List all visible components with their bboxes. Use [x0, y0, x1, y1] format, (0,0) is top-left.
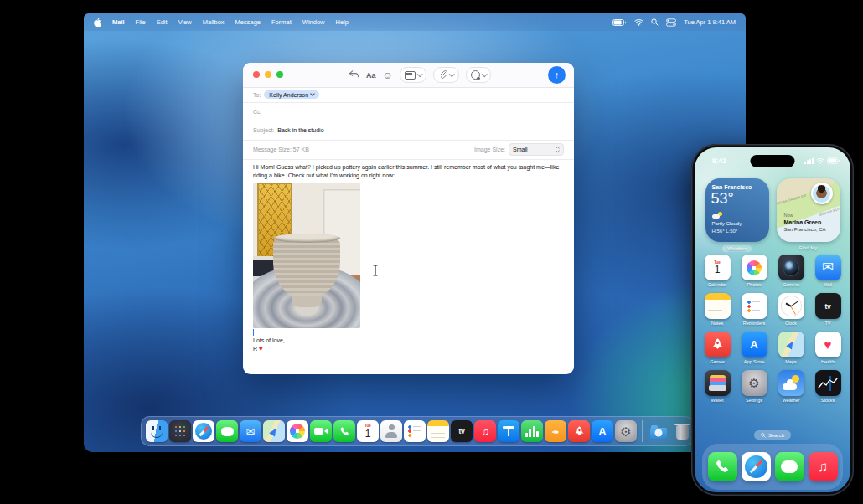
- dock-trash[interactable]: [671, 420, 693, 442]
- dock-facetime[interactable]: [310, 420, 332, 442]
- emoji-button[interactable]: ☺: [383, 70, 393, 80]
- search-pill[interactable]: Search: [754, 430, 791, 440]
- app-settings[interactable]: ⚙Settings: [742, 370, 767, 403]
- dock-phone[interactable]: [333, 420, 355, 442]
- message-size-label: Message Size: 57 KB: [253, 147, 309, 152]
- dock-tv[interactable]: tv: [451, 420, 473, 442]
- app-clock[interactable]: Clock: [778, 293, 804, 326]
- dock-music[interactable]: ♫: [474, 420, 496, 442]
- dock-games[interactable]: [568, 420, 590, 442]
- menu-message[interactable]: Message: [235, 18, 261, 26]
- app-appstore[interactable]: AApp Store: [742, 332, 767, 364]
- bar-chart-icon: [525, 426, 540, 437]
- dock-notes[interactable]: [427, 420, 449, 442]
- dock-messages[interactable]: [216, 420, 238, 442]
- dock-settings[interactable]: ⚙: [615, 420, 637, 442]
- app-health[interactable]: ♥Health: [815, 332, 841, 364]
- menu-edit[interactable]: Edit: [157, 18, 168, 26]
- menu-help[interactable]: Help: [335, 18, 348, 26]
- cc-label: Cc:: [253, 109, 262, 115]
- dock-downloads[interactable]: ↓: [648, 420, 669, 442]
- image-size-select[interactable]: Small: [509, 143, 564, 156]
- app-photos[interactable]: Photos: [742, 255, 767, 287]
- app-weather[interactable]: Weather: [778, 370, 804, 403]
- battery-icon[interactable]: [612, 19, 627, 26]
- pottery-photo[interactable]: [253, 183, 360, 328]
- zoom-button[interactable]: [276, 71, 283, 78]
- to-field[interactable]: To: Kelly Anderson: [243, 87, 574, 103]
- dock-calendar[interactable]: Tue1: [357, 420, 379, 442]
- dock-launchpad[interactable]: [169, 420, 191, 442]
- iphone-dock-safari[interactable]: [742, 452, 771, 481]
- search-label: Search: [768, 433, 784, 438]
- cloud-icon: [783, 383, 797, 390]
- app-camera[interactable]: Camera: [778, 255, 804, 287]
- text-cursor: [253, 329, 254, 336]
- menu-mailbox[interactable]: Mailbox: [203, 18, 225, 26]
- dock-finder[interactable]: [146, 420, 168, 442]
- iphone-dock-messages[interactable]: [775, 452, 804, 481]
- app-games[interactable]: Games: [705, 332, 731, 364]
- app-maps[interactable]: Maps: [778, 332, 804, 364]
- menu-file[interactable]: File: [136, 18, 146, 26]
- mail-titlebar[interactable]: Aa ☺ ↑: [243, 63, 574, 88]
- header-fields-button[interactable]: [400, 67, 427, 83]
- dock-mail[interactable]: ✉: [240, 420, 261, 442]
- dock-photos[interactable]: [287, 420, 308, 442]
- subject-field[interactable]: Subject: Back in the studio: [243, 121, 574, 141]
- findmy-timestamp: Now: [784, 213, 793, 218]
- dock-pages[interactable]: ✒: [545, 420, 566, 442]
- dock-contacts[interactable]: [380, 420, 402, 442]
- dock-maps[interactable]: [263, 420, 285, 442]
- mail-compose-window: Aa ☺ ↑ To: Kelly Anderson Cc: Subject: B…: [243, 63, 574, 374]
- recipient-token[interactable]: Kelly Anderson: [264, 90, 319, 99]
- menu-window[interactable]: Window: [302, 18, 325, 26]
- weather-widget-label: Weather: [722, 245, 752, 252]
- close-button[interactable]: [253, 71, 260, 78]
- heart-icon: ♥: [824, 338, 832, 351]
- navigation-arrow-icon: [786, 340, 796, 350]
- iphone-dock-music[interactable]: ♫: [809, 452, 838, 481]
- iphone-dock-phone[interactable]: [708, 452, 737, 481]
- app-mail[interactable]: ✉Mail: [815, 255, 841, 287]
- send-button[interactable]: ↑: [548, 66, 566, 84]
- menu-app-name[interactable]: Mail: [112, 18, 125, 26]
- menu-bar-left: Mail File Edit View Mailbox Message Form…: [94, 18, 349, 27]
- dock-keynote[interactable]: [498, 420, 519, 442]
- findmy-widget[interactable]: MARINA GREEN DR MARINA BLVD Now Marina G…: [777, 178, 840, 242]
- paperclip-icon: [438, 70, 447, 80]
- app-reminders[interactable]: Reminders: [742, 293, 767, 326]
- control-center-icon[interactable]: [666, 18, 676, 27]
- app-notes[interactable]: Notes: [705, 293, 731, 326]
- spotlight-search-icon[interactable]: [651, 18, 659, 26]
- dock-reminders[interactable]: [404, 420, 426, 442]
- iphone-dock: ♫: [702, 444, 843, 490]
- speech-bubble-icon: [221, 427, 234, 436]
- format-button[interactable]: Aa: [366, 71, 376, 80]
- dock-appstore[interactable]: A: [592, 420, 613, 442]
- wifi-icon[interactable]: [634, 18, 643, 26]
- insert-photo-button[interactable]: [466, 67, 492, 83]
- chevron-down-icon: [449, 71, 454, 76]
- undo-button[interactable]: [349, 70, 359, 80]
- app-stocks[interactable]: Stocks: [815, 370, 841, 403]
- chevron-down-icon: [482, 71, 487, 76]
- menu-format[interactable]: Format: [271, 18, 292, 26]
- app-wallet[interactable]: Wallet: [705, 370, 731, 403]
- cc-field[interactable]: Cc:: [243, 102, 574, 121]
- menu-view[interactable]: View: [178, 18, 192, 26]
- clay-pot: [273, 238, 340, 298]
- apple-menu-icon[interactable]: [94, 18, 101, 27]
- weather-widget[interactable]: San Francisco 53° Partly Cloudy H:56° L:…: [705, 178, 769, 242]
- app-tv[interactable]: tvTV: [815, 293, 841, 326]
- dock-safari[interactable]: [193, 420, 214, 442]
- menu-bar-right: Tue Apr 1 9:41 AM: [612, 18, 736, 27]
- app-grid: Tue1Calendar Photos Camera ✉Mail Notes R…: [699, 255, 846, 403]
- calendar-day: 1: [365, 429, 371, 439]
- dock-numbers[interactable]: [521, 420, 543, 442]
- attach-button[interactable]: [433, 67, 459, 83]
- app-calendar[interactable]: Tue1Calendar: [705, 255, 731, 287]
- menu-bar-clock[interactable]: Tue Apr 1 9:41 AM: [684, 18, 736, 26]
- minimize-button[interactable]: [265, 71, 271, 78]
- stepper-icon: [556, 146, 560, 153]
